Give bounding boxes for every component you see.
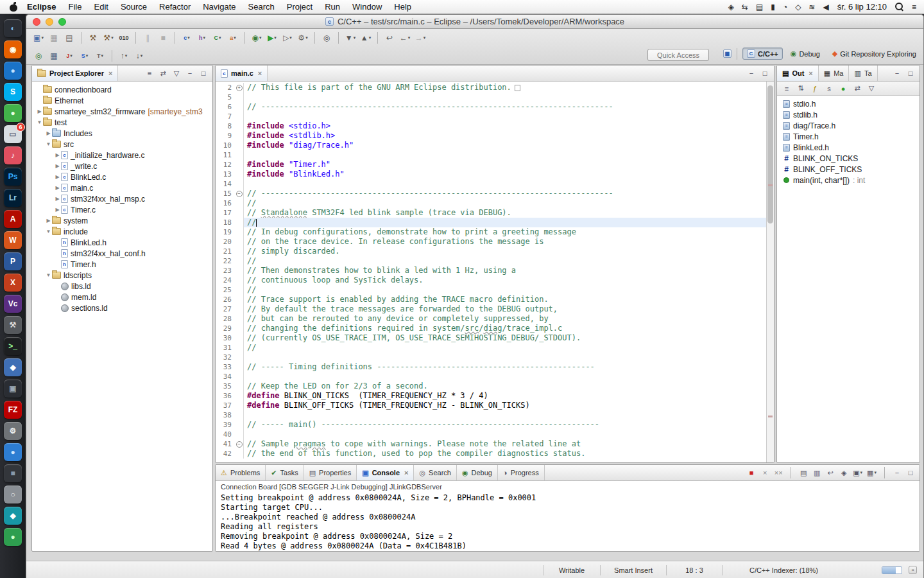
- dock-app-dark-grid[interactable]: ▣: [4, 380, 22, 398]
- code-text[interactable]: #include <stdlib.h>: [244, 131, 766, 141]
- fold-collapse-icon[interactable]: −: [236, 191, 243, 197]
- menu-project[interactable]: Project: [287, 2, 312, 12]
- toolbar-print-button[interactable]: ▤: [62, 31, 76, 45]
- chevron-expanded-icon[interactable]: ▼: [45, 229, 52, 234]
- tree-item-stm32f4xx-hal-conf-h[interactable]: hstm32f4xx_hal_conf.h: [32, 248, 212, 259]
- toolbar-save-button[interactable]: ▦: [47, 31, 61, 45]
- fold-column[interactable]: [235, 208, 244, 218]
- fold-column[interactable]: [235, 102, 244, 112]
- code-line-35[interactable]: 35// Keep the LED on for 2/3 of a second…: [216, 381, 766, 391]
- keyboard-icon[interactable]: ▤: [756, 3, 763, 12]
- dock-app-terminal[interactable]: >_: [4, 337, 22, 355]
- code-text[interactable]: // Sample pragmas to cope with warnings.…: [244, 439, 766, 449]
- dock-app-gray[interactable]: ○: [4, 486, 22, 504]
- volume-icon[interactable]: ◀: [823, 3, 828, 12]
- close-icon[interactable]: ×: [809, 69, 812, 77]
- code-text[interactable]: // ----- main() ------------------------…: [244, 420, 766, 430]
- code-line-7[interactable]: 7: [216, 112, 766, 121]
- line-number[interactable]: 39: [216, 420, 235, 430]
- code-text[interactable]: [244, 353, 766, 362]
- line-number[interactable]: 30: [216, 333, 235, 343]
- menu-window[interactable]: Window: [352, 2, 382, 12]
- code-text[interactable]: //: [244, 218, 766, 227]
- code-line-14[interactable]: 14: [216, 179, 766, 189]
- code-line-8[interactable]: 8#include <stdio.h>: [216, 121, 766, 131]
- fold-column[interactable]: [235, 295, 244, 304]
- word-wrap-icon[interactable]: ↩: [826, 468, 835, 478]
- menu-edit[interactable]: Edit: [94, 2, 108, 12]
- toolbar-new-class-button[interactable]: C▾: [210, 31, 225, 45]
- line-number[interactable]: 37: [216, 401, 235, 410]
- sync-icon[interactable]: ⇆: [742, 3, 748, 12]
- toolbar-next-annotation-button[interactable]: ▼▾: [343, 31, 357, 45]
- open-perspective-icon[interactable]: ▦: [723, 49, 732, 58]
- menubar-clock[interactable]: śr. 6 lip 12:10: [837, 2, 887, 12]
- code-line-41[interactable]: 41−// Sample pragmas to cope with warnin…: [216, 439, 766, 449]
- line-number[interactable]: 15: [216, 189, 235, 198]
- fold-column[interactable]: [235, 314, 244, 324]
- fold-column[interactable]: [235, 112, 244, 121]
- dock-app-green2[interactable]: ●: [4, 528, 22, 546]
- dock-app-vc[interactable]: Vc: [4, 295, 22, 313]
- toolbar-move-down-button[interactable]: ↓▾: [132, 49, 146, 63]
- minimize-button[interactable]: [46, 18, 53, 26]
- fold-column[interactable]: [235, 170, 244, 179]
- fold-column[interactable]: [235, 237, 244, 247]
- code-text[interactable]: // -------------------------------------…: [244, 189, 766, 198]
- toolbar-search-button[interactable]: ◎: [320, 31, 334, 45]
- battery-icon[interactable]: ▮: [771, 3, 775, 12]
- chevron-collapsed-icon[interactable]: ▶: [45, 130, 52, 136]
- hide-non-public-members-icon[interactable]: ●: [839, 83, 848, 94]
- console-output[interactable]: Connection Board [GDB SEGGER J-Link Debu…: [216, 481, 920, 551]
- line-number[interactable]: 42: [216, 449, 235, 459]
- outline-item-diag-trace-h[interactable]: ≡diag/Trace.h: [777, 120, 920, 131]
- line-number[interactable]: 17: [216, 208, 235, 218]
- minimize-icon[interactable]: −: [747, 68, 756, 78]
- code-text[interactable]: // changing the definitions required in …: [244, 324, 766, 333]
- code-text[interactable]: // (currently OS_USE_TRACE_ITM, OS_USE_T…: [244, 333, 766, 343]
- app-menu-eclipse[interactable]: Eclipse: [27, 2, 56, 12]
- close-icon[interactable]: ×: [258, 69, 262, 77]
- open-console-icon[interactable]: ▦▾: [867, 468, 877, 478]
- fold-column[interactable]: [235, 266, 244, 276]
- tree-item-stm32f4xx-hal-msp-c[interactable]: ▶cstm32f4xx_hal_msp.c: [32, 193, 212, 204]
- maximize-icon[interactable]: □: [199, 68, 208, 78]
- toolbar-back-button[interactable]: ←▾: [398, 31, 412, 45]
- code-text[interactable]: //: [244, 285, 766, 295]
- fold-column[interactable]: [235, 92, 244, 102]
- toolbar-binary-button[interactable]: 010: [117, 31, 131, 45]
- fold-column[interactable]: [235, 304, 244, 314]
- outline-item-stdlib-h[interactable]: ≡stdlib.h: [777, 109, 920, 120]
- tree-item-connectionboard[interactable]: connectionboard: [32, 84, 212, 95]
- code-text[interactable]: [244, 150, 766, 160]
- tree-item-libs-ld[interactable]: libs.ld: [32, 281, 212, 292]
- tab-project-explorer[interactable]: Project Explorer ×: [32, 66, 118, 81]
- code-text[interactable]: // Standalone STM32F4 led blink sample (…: [244, 208, 766, 218]
- line-number[interactable]: 25: [216, 285, 235, 295]
- fold-column[interactable]: [235, 381, 244, 391]
- fold-column[interactable]: [235, 218, 244, 227]
- code-text[interactable]: // Trace support is enabled by adding th…: [244, 295, 766, 304]
- line-number[interactable]: 41: [216, 439, 235, 449]
- link-with-editor-icon[interactable]: ⇄: [158, 68, 167, 78]
- line-number[interactable]: 9: [216, 131, 235, 141]
- code-line-16[interactable]: 16//: [216, 198, 766, 208]
- line-number[interactable]: 24: [216, 276, 235, 285]
- fold-column[interactable]: [235, 410, 244, 420]
- code-line-23[interactable]: 23// Then demonstrates how to blink a le…: [216, 266, 766, 276]
- toolbar-previous-annotation-button[interactable]: ▲▾: [359, 31, 373, 45]
- code-line-37[interactable]: 37#define BLINK_OFF_TICKS (TIMER_FREQUEN…: [216, 401, 766, 410]
- toolbar-target-connect-button[interactable]: ◎: [31, 49, 46, 63]
- outline-item-blink-on-ticks[interactable]: #BLINK_ON_TICKS: [777, 153, 920, 164]
- menu-source[interactable]: Source: [121, 2, 147, 12]
- line-number[interactable]: 8: [216, 121, 235, 131]
- code-line-13[interactable]: 13#include "BlinkLed.h": [216, 170, 766, 179]
- code-line-10[interactable]: 10#include "diag/Trace.h": [216, 141, 766, 150]
- remove-launch-icon[interactable]: ×: [760, 468, 769, 478]
- code-text[interactable]: // but can be rerouted to any device or …: [244, 314, 766, 324]
- menu-refactor[interactable]: Refactor: [159, 2, 191, 12]
- fold-column[interactable]: [235, 324, 244, 333]
- dock-app-settings[interactable]: ⚙: [4, 422, 22, 440]
- zoom-button[interactable]: [58, 18, 66, 26]
- code-line-21[interactable]: 21// simply discarded.: [216, 247, 766, 256]
